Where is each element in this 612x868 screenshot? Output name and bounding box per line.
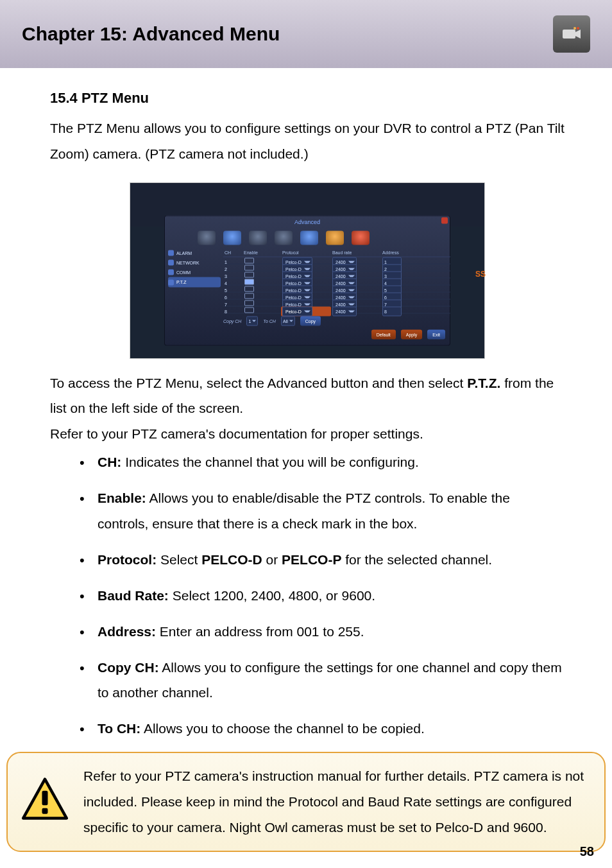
sidebar-item-comm[interactable]: COMM [168, 268, 221, 277]
chevron-down-icon [304, 303, 310, 305]
svg-rect-0 [563, 30, 575, 39]
chevron-down-icon [304, 296, 310, 298]
table-row[interactable]: 2Pelco-D24002 [223, 264, 450, 271]
chevron-down-icon [348, 268, 355, 270]
tab-icon-7[interactable] [352, 230, 370, 245]
enable-checkbox[interactable] [244, 265, 254, 270]
page-number: 58 [580, 844, 594, 859]
tab-icon-6[interactable] [326, 230, 344, 245]
comm-icon [168, 270, 174, 275]
chevron-down-icon [289, 320, 293, 322]
tab-icon-1[interactable] [198, 230, 216, 245]
enable-checkbox[interactable] [244, 286, 254, 291]
chevron-down-icon [348, 275, 355, 277]
table-row[interactable]: 6Pelco-D24006 [223, 292, 450, 299]
copy-ch-select[interactable]: 1 [246, 316, 258, 326]
field-item: Address: Enter an address from 001 to 25… [80, 619, 565, 645]
alarm-icon [168, 250, 174, 256]
default-button[interactable]: Default [371, 330, 396, 340]
col-ch: CH [223, 248, 242, 256]
col-address: Address [381, 248, 422, 256]
table-row[interactable]: 8Pelco-D24008 [223, 306, 450, 313]
sidebar-item-network[interactable]: NETWORK [168, 257, 221, 267]
sidebar-item-label: P.T.Z [176, 278, 186, 286]
camera-icon [553, 15, 590, 53]
tab-icon-4[interactable] [275, 230, 293, 245]
to-ch-select[interactable]: All [281, 316, 295, 326]
refer-paragraph: Refer to your PTZ camera's documentation… [50, 421, 565, 447]
baud-select[interactable]: 2400 [332, 306, 357, 316]
enable-checkbox[interactable] [244, 257, 254, 263]
warning-icon [22, 777, 68, 820]
chevron-down-icon [304, 310, 310, 312]
tab-icon-3[interactable] [249, 230, 267, 245]
ptz-icon [168, 279, 174, 285]
chevron-down-icon [304, 268, 310, 270]
address-input[interactable]: 8 [382, 306, 402, 316]
access-bold: P.T.Z. [467, 376, 500, 390]
cell-address: 8 [381, 306, 422, 316]
field-name: Address: [98, 624, 156, 639]
field-item: Copy CH: Allows you to configure the set… [80, 655, 565, 706]
field-item: Protocol: Select PELCO-D or PELCO-P for … [80, 547, 565, 573]
chevron-down-icon [348, 296, 355, 298]
table-row[interactable]: 3Pelco-D24003 [223, 271, 450, 278]
copy-button[interactable]: Copy [300, 316, 321, 326]
svg-point-1 [574, 27, 576, 30]
field-name: To CH: [98, 721, 140, 736]
copy-ch-label: Copy CH [223, 317, 241, 325]
field-item: Enable: Allows you to enable/disable the… [80, 485, 565, 537]
field-name: Enable: [98, 490, 146, 505]
tab-icon-5[interactable] [300, 230, 318, 245]
col-enable: Enable [242, 248, 281, 256]
table-row[interactable]: 1Pelco-D24001 [223, 257, 450, 264]
table-row[interactable]: 4Pelco-D24004 [223, 278, 450, 285]
svg-marker-3 [575, 30, 581, 39]
access-text-1: To access the PTZ Menu, select the Advan… [50, 376, 467, 390]
col-baud: Baud rate [331, 248, 381, 256]
chevron-down-icon [304, 275, 310, 277]
sidebar: ALARM NETWORK COMM P.T.Z [164, 248, 223, 340]
field-item: Baud Rate: Select 1200, 2400, 4800, or 9… [80, 583, 565, 609]
chevron-down-icon [252, 320, 256, 322]
window-buttons: Default Apply Exit [223, 330, 445, 340]
field-item: To CH: Allows you to choose the channel … [80, 716, 565, 742]
sidebar-item-alarm[interactable]: ALARM [168, 248, 221, 257]
advanced-window: Advanced ALARM NETWORK COMM P.T.Z [164, 216, 450, 346]
field-inline-bold: PELCO-D [201, 552, 262, 567]
field-name: Copy CH: [98, 660, 159, 675]
section-heading: 15.4 PTZ Menu [50, 85, 565, 112]
chevron-down-icon [348, 282, 355, 284]
field-name: CH: [98, 455, 121, 469]
note-text: Refer to your PTZ camera's instruction m… [80, 763, 590, 840]
chevron-down-icon [348, 310, 355, 312]
page-content: 15.4 PTZ Menu The PTZ Menu allows you to… [0, 68, 612, 742]
protocol-select[interactable]: Pelco-D [282, 306, 312, 316]
window-tab-icons [164, 228, 450, 248]
apply-button[interactable]: Apply [401, 330, 423, 340]
table-header: CH Enable Protocol Baud rate Address [223, 248, 450, 257]
close-icon[interactable] [441, 218, 448, 224]
enable-checkbox[interactable] [244, 300, 254, 306]
enable-checkbox[interactable] [244, 307, 254, 313]
chapter-title: Chapter 15: Advanced Menu [22, 23, 280, 45]
enable-checkbox[interactable] [244, 293, 254, 299]
to-ch-label: To CH [263, 317, 276, 325]
col-protocol: Protocol [281, 248, 331, 256]
sidebar-item-label: NETWORK [176, 258, 200, 266]
table-row[interactable]: 7Pelco-D24007 [223, 299, 450, 306]
tab-icon-2[interactable] [223, 230, 241, 245]
chevron-down-icon [348, 289, 355, 291]
cell-ch: 8 [223, 307, 242, 315]
sidebar-item-label: ALARM [176, 248, 192, 257]
table-row[interactable]: 5Pelco-D24005 [223, 285, 450, 292]
svg-rect-5 [42, 791, 48, 806]
enable-checkbox[interactable] [244, 279, 254, 284]
network-icon [168, 259, 174, 265]
field-inline-bold: PELCO-P [282, 552, 341, 567]
enable-checkbox[interactable] [244, 272, 254, 277]
svg-point-2 [577, 27, 579, 30]
sidebar-item-ptz[interactable]: P.T.Z [168, 277, 221, 287]
access-paragraph: To access the PTZ Menu, select the Advan… [50, 370, 565, 422]
exit-button[interactable]: Exit [427, 330, 445, 340]
